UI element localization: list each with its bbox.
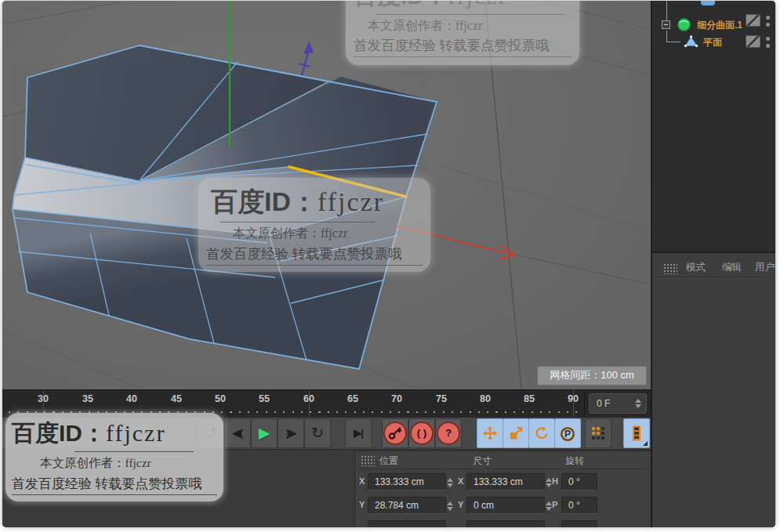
- grid-spacing-label: 网格间距：100 cm: [537, 366, 647, 385]
- watermark-rule: [376, 14, 565, 15]
- rotate-tool-button[interactable]: [528, 418, 555, 448]
- ruler-tick-label: 60: [303, 393, 314, 404]
- tab-user-data[interactable]: 用户数据: [755, 261, 775, 274]
- size-axis-label: Y: [458, 500, 463, 509]
- watermark-title: 百度ID：ffjczr: [12, 418, 217, 450]
- size-z-field[interactable]: [466, 520, 545, 527]
- ruler-tick-label: 50: [215, 393, 226, 404]
- layer-toggle[interactable]: [746, 14, 760, 27]
- field-spinner[interactable]: [546, 478, 552, 487]
- watermark-title: 百度ID：ffjczr: [354, 1, 572, 13]
- cinema4d-window: 网格间距：100 cm 细分曲面.1: [2, 1, 775, 527]
- rotation-h-field[interactable]: 0 °: [561, 473, 597, 490]
- watermark-top: 百度ID：ffjczr 本文原创作者：ffjczr 首发百度经验 转载要点赞投票…: [346, 1, 579, 65]
- editor-visibility-dot[interactable]: [766, 16, 770, 20]
- rotate-icon: [534, 425, 550, 441]
- rot-axis-label: P: [552, 500, 557, 509]
- menu-corner-indicator: [643, 441, 648, 446]
- object-name[interactable]: 细分曲面.1: [697, 19, 742, 32]
- attribute-manager-header: 模式 编辑 用户数据: [652, 258, 775, 277]
- key-icon: [383, 422, 407, 445]
- tab-edit[interactable]: 编辑: [722, 261, 742, 274]
- frame-spinner[interactable]: [635, 399, 641, 408]
- position-section-label: 位置: [379, 454, 398, 468]
- field-spinner[interactable]: [447, 501, 453, 511]
- size-x-field[interactable]: 133.333 cm: [466, 473, 545, 490]
- right-panel-column: 细分曲面.1 平面: [651, 1, 775, 527]
- field-spinner[interactable]: [447, 478, 453, 487]
- move-tool-button[interactable]: [477, 418, 503, 448]
- rotation-p-field[interactable]: 0 °: [561, 497, 597, 514]
- watermark-rule: [74, 451, 194, 452]
- coordinates-panel: 位置 尺寸 旋转 X 133.333 cm X 133.333 cm H 0 °…: [354, 451, 651, 527]
- field-spinner[interactable]: [546, 501, 552, 511]
- render-visibility-dot[interactable]: [766, 23, 770, 27]
- object-row-subdivision[interactable]: 细分曲面.1: [652, 17, 775, 33]
- plane-icon[interactable]: [684, 34, 699, 49]
- cutoff-object-icon: [701, 1, 715, 5]
- watermark-rule: [220, 222, 376, 223]
- play-button[interactable]: ▶: [251, 418, 278, 448]
- watermark-footer-line: 首发百度经验 转载要点赞投票哦: [206, 244, 423, 266]
- record-keyframe-button[interactable]: [382, 418, 408, 448]
- render-visibility-dot[interactable]: [766, 44, 770, 48]
- position-x-field[interactable]: 133.333 cm: [368, 473, 446, 490]
- goto-end-loop-button[interactable]: ↻: [304, 418, 331, 448]
- ruler-tick-label: 80: [480, 393, 491, 404]
- tree-collapse-toggle[interactable]: [662, 20, 670, 29]
- pos-axis-label: Y: [359, 500, 365, 509]
- tab-mode[interactable]: 模式: [686, 261, 706, 274]
- header-divider: [358, 469, 648, 469]
- size-section-label: 尺寸: [473, 454, 492, 468]
- ruler-tick-label: 30: [38, 393, 49, 404]
- object-name[interactable]: 平面: [703, 36, 722, 49]
- animation-palette-button[interactable]: [623, 418, 650, 448]
- autokey-parens-icon: ( ): [410, 422, 434, 445]
- rotation-b-field[interactable]: [561, 520, 597, 527]
- watermark-author-line: 本文原创作者：ffjczr: [368, 18, 572, 34]
- pos-axis-label: X: [359, 476, 365, 486]
- dots-grid-icon: [590, 425, 606, 441]
- watermark-center: 百度ID：ffjczr 本文原创作者：ffjczr 首发百度经验 转载要点赞投票…: [198, 178, 430, 272]
- ruler-tick-label: 70: [391, 393, 402, 404]
- ruler-tick-label: 75: [436, 393, 447, 404]
- scale-tool-button[interactable]: [503, 418, 529, 448]
- scale-icon: [508, 425, 524, 441]
- watermark-author-line: 本文原创作者：ffjczr: [233, 226, 423, 242]
- attribute-manager-panel: 模式 编辑 用户数据: [652, 253, 775, 527]
- previous-key-button[interactable]: ◀(: [224, 418, 251, 448]
- size-y-field[interactable]: 0 cm: [466, 497, 545, 514]
- object-row-plane[interactable]: 平面: [652, 34, 775, 49]
- ruler-tick-label: 90: [568, 393, 579, 404]
- screenshot-page: 网格间距：100 cm 细分曲面.1: [0, 0, 784, 532]
- panel-grip-icon[interactable]: [361, 455, 375, 466]
- editor-visibility-dot[interactable]: [766, 37, 770, 41]
- watermark-footer-line: 首发百度经验 转载要点赞投票哦: [354, 36, 572, 57]
- frame-field-zone: 0 F: [584, 389, 651, 417]
- p-letter: P: [555, 420, 580, 448]
- watermark-footer-line: 首发百度经验 转载要点赞投票哦: [12, 475, 217, 495]
- keying-options-button[interactable]: ?: [435, 418, 462, 448]
- object-manager-panel[interactable]: 细分曲面.1 平面: [652, 1, 775, 253]
- position-z-field[interactable]: [368, 520, 446, 527]
- ruler-tick-label: 45: [171, 393, 182, 404]
- layer-toggle[interactable]: [746, 35, 760, 48]
- position-y-field[interactable]: 28.784 cm: [368, 497, 446, 514]
- filmstrip-icon: [629, 425, 644, 441]
- watermark-bottom-left: 百度ID：ffjczr 本文原创作者：ffjczr 首发百度经验 转载要点赞投票…: [5, 413, 223, 501]
- size-axis-label: X: [458, 476, 463, 486]
- rotation-section-label: 旋转: [565, 454, 584, 468]
- ruler-tick-label: 35: [82, 393, 93, 404]
- move-icon: [482, 425, 498, 441]
- subdivision-surface-icon[interactable]: [677, 17, 691, 32]
- watermark-title: 百度ID：ffjczr: [211, 184, 423, 220]
- play-to-end-button[interactable]: ▶|: [345, 418, 372, 448]
- panel-grip-icon[interactable]: [663, 263, 677, 274]
- autokey-button[interactable]: ( ): [408, 418, 435, 448]
- ruler-tick-label: 55: [259, 393, 270, 404]
- snap-dots-button[interactable]: [585, 418, 612, 448]
- question-icon: ?: [437, 422, 460, 445]
- p-coordinate-button[interactable]: P: [554, 418, 581, 448]
- next-key-button[interactable]: )▶: [278, 418, 304, 448]
- z-axis-arrow: [299, 42, 314, 75]
